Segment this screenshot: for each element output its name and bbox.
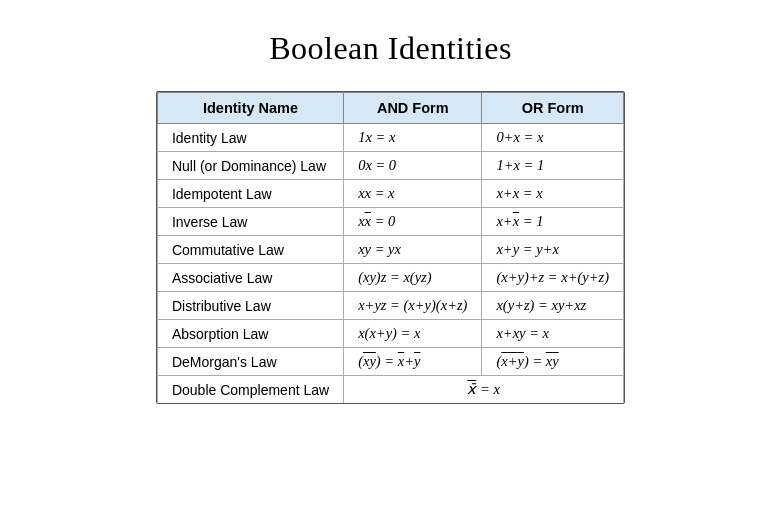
law-name: Identity Law	[157, 124, 343, 152]
law-name: DeMorgan's Law	[157, 348, 343, 376]
and-form: xx = x	[344, 180, 482, 208]
law-name: Commutative Law	[157, 236, 343, 264]
law-name: Inverse Law	[157, 208, 343, 236]
or-form: x+x = x	[482, 180, 624, 208]
and-form: xx = 0	[344, 208, 482, 236]
law-name: Double Complement Law	[157, 376, 343, 404]
or-form: 0+x = x	[482, 124, 624, 152]
table-row: Null (or Dominance) Law 0x = 0 1+x = 1	[157, 152, 623, 180]
or-form: 1+x = 1	[482, 152, 624, 180]
table-row: Absorption Law x(x+y) = x x+xy = x	[157, 320, 623, 348]
or-form: x(y+z) = xy+xz	[482, 292, 624, 320]
and-form: 1x = x	[344, 124, 482, 152]
or-form: (x+y)+z = x+(y+z)	[482, 264, 624, 292]
boolean-identities-table: Identity Name AND Form OR Form Identity …	[156, 91, 625, 404]
law-name: Distributive Law	[157, 292, 343, 320]
or-form: x+y = y+x	[482, 236, 624, 264]
table-row: Idempotent Law xx = x x+x = x	[157, 180, 623, 208]
law-name: Associative Law	[157, 264, 343, 292]
and-form: xy = yx	[344, 236, 482, 264]
table-row: Associative Law (xy)z = x(yz) (x+y)+z = …	[157, 264, 623, 292]
col-header-and: AND Form	[344, 93, 482, 124]
or-form: x+x = 1	[482, 208, 624, 236]
and-form: (xy)z = x(yz)	[344, 264, 482, 292]
table-row: Identity Law 1x = x 0+x = x	[157, 124, 623, 152]
and-form: (xy) = x+y	[344, 348, 482, 376]
or-form: (x+y) = xy	[482, 348, 624, 376]
table-row: DeMorgan's Law (xy) = x+y (x+y) = xy	[157, 348, 623, 376]
col-header-name: Identity Name	[157, 93, 343, 124]
table-row: Inverse Law xx = 0 x+x = 1	[157, 208, 623, 236]
table-row: Distributive Law x+yz = (x+y)(x+z) x(y+z…	[157, 292, 623, 320]
page-title: Boolean Identities	[269, 30, 512, 67]
and-or-combined: x̄ = x	[344, 376, 624, 404]
and-form: x+yz = (x+y)(x+z)	[344, 292, 482, 320]
law-name: Idempotent Law	[157, 180, 343, 208]
and-form: 0x = 0	[344, 152, 482, 180]
law-name: Absorption Law	[157, 320, 343, 348]
law-name: Null (or Dominance) Law	[157, 152, 343, 180]
table-row: Double Complement Law x̄ = x	[157, 376, 623, 404]
table-row: Commutative Law xy = yx x+y = y+x	[157, 236, 623, 264]
col-header-or: OR Form	[482, 93, 624, 124]
and-form: x(x+y) = x	[344, 320, 482, 348]
or-form: x+xy = x	[482, 320, 624, 348]
